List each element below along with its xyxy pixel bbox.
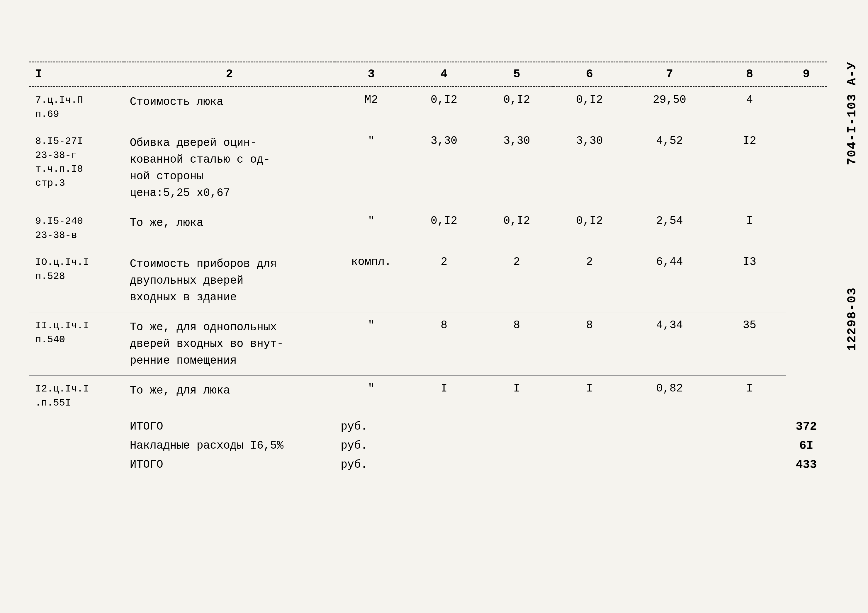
- total-row: Накладные расходы I6,5%руб.6I: [29, 436, 827, 455]
- total-spacer: [408, 417, 480, 436]
- row-col5: 0,I2: [408, 208, 480, 249]
- row-col6: 2: [480, 249, 553, 313]
- total-row: ИТОГОруб.372: [29, 417, 827, 436]
- total-empty: [29, 436, 124, 455]
- row-ref: I2.ц.Iч.I .п.55I: [29, 376, 124, 417]
- table-header: I 2 3 4 5 6 7 8 9: [29, 62, 827, 87]
- total-unit: руб.: [335, 455, 408, 474]
- header-col8: 8: [713, 62, 786, 87]
- row-desc: То же, для люка: [124, 376, 335, 417]
- row-col7: 0,I2: [553, 208, 626, 249]
- row-col6: 0,I2: [480, 208, 553, 249]
- header-col2: 2: [124, 62, 335, 87]
- table-row: 8.I5-27I 23-38-г т.ч.п.I8 стр.3Обивка дв…: [29, 128, 827, 208]
- total-spacer: [480, 417, 553, 436]
- row-ref: II.ц.Iч.I п.540: [29, 313, 124, 376]
- row-unit: ": [335, 376, 408, 417]
- row-col7: 8: [553, 313, 626, 376]
- row-ref: IO.ц.Iч.I п.528: [29, 249, 124, 313]
- row-col7: 2: [553, 249, 626, 313]
- side-label-top: 704-I-103 А-У: [845, 62, 859, 165]
- total-value: 372: [786, 417, 827, 436]
- page: 704-I-103 А-У 12298-03 I 2 3 4 5 6 7 8 9…: [0, 0, 868, 613]
- row-desc: То же, люка: [124, 208, 335, 249]
- total-unit: руб.: [335, 436, 408, 455]
- row-ref: 7.ц.Iч.П п.69: [29, 87, 124, 128]
- row-col6: 3,30: [480, 128, 553, 208]
- total-label: ИТОГО: [124, 455, 335, 474]
- total-spacer: [553, 417, 626, 436]
- row-ref: 8.I5-27I 23-38-г т.ч.п.I8 стр.3: [29, 128, 124, 208]
- row-col6: 8: [480, 313, 553, 376]
- row-col7: 3,30: [553, 128, 626, 208]
- total-spacer: [553, 455, 626, 474]
- total-value: 433: [786, 455, 827, 474]
- row-col9: I: [713, 208, 786, 249]
- row-desc: Обивка дверей оцин- кованной сталью с од…: [124, 128, 335, 208]
- header-col3: 3: [335, 62, 408, 87]
- row-col8: 4,52: [626, 128, 713, 208]
- total-spacer: [480, 455, 553, 474]
- row-col8: 0,82: [626, 376, 713, 417]
- header-col1: I: [29, 62, 124, 87]
- row-ref: 9.I5-240 23-38-в: [29, 208, 124, 249]
- total-spacer: [713, 455, 786, 474]
- total-spacer: [626, 455, 713, 474]
- row-desc: Стоимость приборов для двупольных дверей…: [124, 249, 335, 313]
- row-col8: 6,44: [626, 249, 713, 313]
- row-desc: То же, для однопольных дверей входных во…: [124, 313, 335, 376]
- row-col8: 2,54: [626, 208, 713, 249]
- total-empty: [29, 417, 124, 436]
- row-col9: 4: [713, 87, 786, 128]
- row-col5: 2: [408, 249, 480, 313]
- row-col5: 3,30: [408, 128, 480, 208]
- table-row: 9.I5-240 23-38-вТо же, люка"0,I20,I20,I2…: [29, 208, 827, 249]
- total-empty: [29, 455, 124, 474]
- side-label-bottom: 12298-03: [845, 287, 859, 351]
- total-spacer: [626, 436, 713, 455]
- row-col6: 0,I2: [480, 87, 553, 128]
- row-col9: I2: [713, 128, 786, 208]
- row-col5: 0,I2: [408, 87, 480, 128]
- total-row: ИТОГОруб.433: [29, 455, 827, 474]
- total-unit: руб.: [335, 417, 408, 436]
- row-col9: 35: [713, 313, 786, 376]
- row-desc: Стоимость люка: [124, 87, 335, 128]
- table-row: I2.ц.Iч.I .п.55IТо же, для люка"III0,82I: [29, 376, 827, 417]
- row-col5: 8: [408, 313, 480, 376]
- row-col6: I: [480, 376, 553, 417]
- header-col4: 4: [408, 62, 480, 87]
- row-col9: I3: [713, 249, 786, 313]
- row-col9: I: [713, 376, 786, 417]
- row-unit: ": [335, 313, 408, 376]
- row-col8: 4,34: [626, 313, 713, 376]
- row-col7: I: [553, 376, 626, 417]
- header-col5: 5: [480, 62, 553, 87]
- row-unit: компл.: [335, 249, 408, 313]
- total-spacer: [408, 455, 480, 474]
- total-label: ИТОГО: [124, 417, 335, 436]
- header-col6: 6: [553, 62, 626, 87]
- total-spacer: [713, 417, 786, 436]
- row-unit: ": [335, 128, 408, 208]
- total-spacer: [713, 436, 786, 455]
- total-spacer: [480, 436, 553, 455]
- total-spacer: [553, 436, 626, 455]
- header-col9: 9: [786, 62, 827, 87]
- total-spacer: [408, 436, 480, 455]
- total-label: Накладные расходы I6,5%: [124, 436, 335, 455]
- total-spacer: [626, 417, 713, 436]
- row-col7: 0,I2: [553, 87, 626, 128]
- main-table: I 2 3 4 5 6 7 8 9 7.ц.Iч.П п.69Стоимость…: [29, 62, 827, 474]
- total-value: 6I: [786, 436, 827, 455]
- table-row: 7.ц.Iч.П п.69Стоимость люкаМ20,I20,I20,I…: [29, 87, 827, 128]
- table-row: IO.ц.Iч.I п.528Стоимость приборов для дв…: [29, 249, 827, 313]
- header-col7: 7: [626, 62, 713, 87]
- row-col8: 29,50: [626, 87, 713, 128]
- row-unit: М2: [335, 87, 408, 128]
- table-row: II.ц.Iч.I п.540То же, для однопольных дв…: [29, 313, 827, 376]
- row-unit: ": [335, 208, 408, 249]
- row-col5: I: [408, 376, 480, 417]
